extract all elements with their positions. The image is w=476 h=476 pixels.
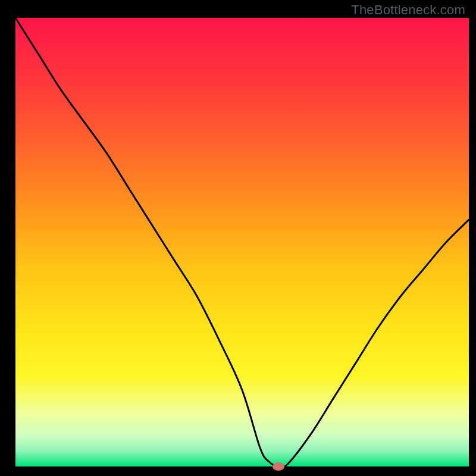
watermark-text: TheBottleneck.com xyxy=(351,2,465,18)
plot-background xyxy=(15,18,469,466)
optimum-marker xyxy=(273,462,284,471)
chart-frame: TheBottleneck.com xyxy=(0,0,476,476)
bottleneck-chart xyxy=(0,0,476,476)
